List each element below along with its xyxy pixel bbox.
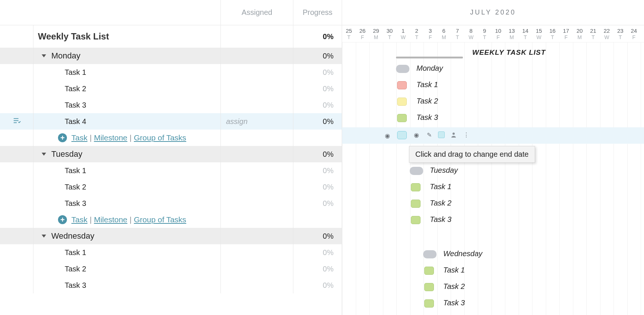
drag-start-handle-icon[interactable]: ◉ (384, 132, 391, 139)
day-column[interactable]: 15W (532, 25, 546, 42)
task-progress: 0% (293, 64, 342, 80)
gantt-group-bar[interactable] (396, 65, 409, 73)
day-column[interactable]: 6M (437, 25, 451, 42)
task-progress: 0% (293, 261, 342, 277)
day-column[interactable]: 1W (396, 25, 410, 42)
task-progress: 0% (293, 80, 342, 97)
gantt-summary-bar[interactable] (396, 57, 463, 58)
task-row[interactable]: Task 3 (33, 97, 221, 113)
gantt-group-label: Monday (416, 64, 443, 73)
day-column[interactable]: 14T (519, 25, 532, 42)
gantt-task-bar-active[interactable] (397, 131, 407, 139)
gantt-group-bar[interactable] (423, 250, 437, 258)
gantt-task-label: Task 1 (416, 80, 438, 89)
task-row[interactable]: Task 2 (33, 261, 221, 277)
tooltip: Click and drag to change end date (409, 146, 535, 163)
gantt-task-bar[interactable] (424, 299, 434, 308)
gantt-task-bar[interactable] (397, 98, 407, 106)
color-picker-icon[interactable] (438, 131, 445, 138)
chevron-down-icon[interactable] (42, 235, 46, 238)
task-row[interactable]: Task 1 (33, 162, 221, 179)
add-milestone-link[interactable]: Milestone (94, 133, 128, 142)
project-progress: 0% (293, 25, 342, 48)
task-progress: 0% (293, 277, 342, 293)
day-column[interactable]: 20M (573, 25, 587, 42)
day-column[interactable]: 23T (614, 25, 627, 42)
day-column[interactable]: 2T (410, 25, 424, 42)
gantt-task-bar[interactable] (397, 81, 407, 89)
gantt-task-label: Task 3 (430, 215, 451, 224)
more-menu-icon[interactable]: ⋮ (463, 131, 470, 139)
column-header-progress[interactable]: Progress (293, 0, 342, 25)
plus-icon[interactable]: + (58, 215, 67, 224)
task-row[interactable]: Task 2 (33, 179, 221, 195)
task-progress: 0% (293, 113, 342, 130)
drag-end-handle-icon[interactable]: ◉ (413, 131, 420, 139)
gantt-task-bar[interactable] (411, 200, 421, 208)
task-row[interactable]: Task 3 (33, 195, 221, 211)
gantt-group-label: Wednesday (443, 249, 482, 258)
project-title[interactable]: Weekly Task List (33, 25, 221, 48)
day-column[interactable]: 24F (627, 25, 641, 42)
gantt-task-label: Task 2 (430, 199, 451, 207)
group-progress: 0% (293, 228, 342, 244)
chevron-down-icon[interactable] (42, 54, 46, 57)
gantt-month-header[interactable]: JULY 2020 (342, 0, 644, 25)
assign-placeholder[interactable]: assign (226, 117, 248, 126)
gantt-task-bar[interactable] (424, 267, 434, 275)
group-monday[interactable]: Monday (33, 48, 221, 64)
group-tuesday[interactable]: Tuesday (33, 146, 221, 162)
add-milestone-link[interactable]: Milestone (94, 215, 128, 224)
gantt-panel[interactable]: JULY 2020 25T26F29M30T1W2T3F6M7T8W9T10F1… (342, 0, 644, 315)
day-column[interactable]: 30T (383, 25, 397, 42)
plus-icon[interactable]: + (58, 133, 67, 142)
task-row[interactable]: Task 2 (33, 80, 221, 97)
task-row[interactable]: Task 3 (33, 277, 221, 293)
day-column[interactable]: 21T (586, 25, 600, 42)
day-column[interactable]: 10F (492, 25, 505, 42)
chevron-down-icon[interactable] (42, 153, 46, 156)
day-column[interactable]: 8W (464, 25, 478, 42)
day-column[interactable]: 2 (641, 25, 644, 42)
gantt-task-label: Task 3 (443, 299, 465, 307)
day-column[interactable]: 26F (356, 25, 370, 42)
gantt-task-bar[interactable] (424, 283, 434, 291)
assign-user-icon[interactable] (450, 131, 457, 139)
day-column[interactable]: 22W (600, 25, 614, 42)
add-group-link[interactable]: Group of Tasks (134, 133, 186, 142)
day-column[interactable]: 3F (424, 25, 437, 42)
add-group-link[interactable]: Group of Tasks (134, 215, 186, 224)
day-column[interactable]: 16T (546, 25, 560, 42)
gantt-group-bar[interactable] (410, 167, 423, 175)
task-list-panel: Assigned Progress Weekly Task List 0% Mo… (0, 0, 342, 315)
task-progress: 0% (293, 162, 342, 179)
day-column[interactable]: 13M (505, 25, 519, 42)
gantt-summary-label: WEEKLY TASK LIST (472, 48, 546, 57)
gantt-task-label: Task 2 (443, 282, 465, 291)
gantt-task-bar[interactable] (411, 183, 421, 191)
day-column[interactable]: 7T (451, 25, 464, 42)
add-task-link[interactable]: Task (71, 215, 87, 224)
group-progress: 0% (293, 48, 342, 64)
column-header-assigned[interactable]: Assigned (221, 0, 293, 25)
checklist-icon[interactable] (13, 117, 21, 126)
task-progress: 0% (293, 179, 342, 195)
gantt-task-label: Task 3 (416, 113, 438, 122)
svg-point-3 (453, 133, 455, 135)
day-column[interactable]: 9T (478, 25, 492, 42)
day-column[interactable]: 17F (559, 25, 573, 42)
add-task-link[interactable]: Task (71, 133, 87, 142)
day-column[interactable]: 25T (342, 25, 356, 42)
group-progress: 0% (293, 146, 342, 162)
task-progress: 0% (293, 97, 342, 113)
day-column[interactable]: 29M (369, 25, 383, 42)
gantt-task-bar[interactable] (397, 114, 407, 122)
task-row[interactable]: Task 1 (33, 244, 221, 261)
edit-icon[interactable]: ✎ (425, 131, 433, 139)
group-wednesday[interactable]: Wednesday (33, 228, 221, 244)
task-row[interactable]: Task 4 (33, 113, 221, 130)
gantt-task-bar[interactable] (411, 216, 421, 224)
task-progress: 0% (293, 195, 342, 211)
gantt-date-header[interactable]: 25T26F29M30T1W2T3F6M7T8W9T10F13M14T15W16… (342, 25, 644, 42)
task-row[interactable]: Task 1 (33, 64, 221, 80)
